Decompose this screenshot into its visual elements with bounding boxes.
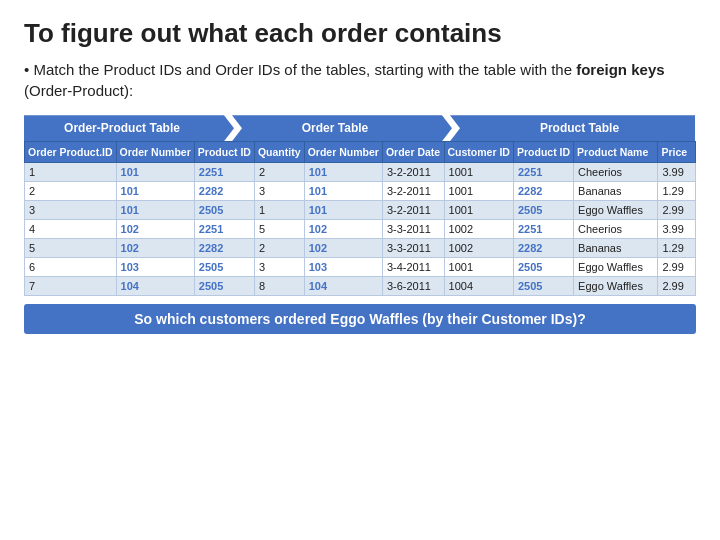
table-cell: 2251 bbox=[194, 220, 254, 239]
table-cell: 1 bbox=[254, 201, 304, 220]
table-cell: Bananas bbox=[574, 182, 658, 201]
table-cell: 1004 bbox=[444, 277, 513, 296]
table-row: 5102228221023-3-201110022282Bananas1.29 bbox=[25, 239, 696, 258]
table-cell: 1001 bbox=[444, 182, 513, 201]
table-cell: 103 bbox=[116, 258, 194, 277]
table-cell: 3 bbox=[254, 182, 304, 201]
table-cell: 2282 bbox=[513, 182, 573, 201]
table-cell: 1.29 bbox=[658, 239, 696, 258]
table-row: 4102225151023-3-201110022251Cheerios3.99 bbox=[25, 220, 696, 239]
table-cell: 104 bbox=[116, 277, 194, 296]
table-cell: 2505 bbox=[194, 277, 254, 296]
table-row: 1101225121013-2-201110012251Cheerios3.99 bbox=[25, 163, 696, 182]
table-cell: 2505 bbox=[194, 201, 254, 220]
banner-order: Order Table bbox=[232, 115, 452, 141]
table-cell: 8 bbox=[254, 277, 304, 296]
data-table: Order Product.ID Order Number Product ID… bbox=[24, 141, 696, 296]
table-cell: 3-4-2011 bbox=[382, 258, 444, 277]
table-cell: 1 bbox=[25, 163, 117, 182]
table-cell: 3 bbox=[254, 258, 304, 277]
table-cell: 101 bbox=[304, 163, 382, 182]
page-title: To figure out what each order contains bbox=[24, 18, 696, 49]
bottom-bar: So which customers ordered Eggo Waffles … bbox=[24, 304, 696, 334]
table-cell: Eggo Waffles bbox=[574, 201, 658, 220]
table-row: 2101228231013-2-201110012282Bananas1.29 bbox=[25, 182, 696, 201]
table-cell: Bananas bbox=[574, 239, 658, 258]
col-header-prod-id2: Product ID bbox=[513, 142, 573, 163]
banner-order-product: Order-Product Table bbox=[24, 115, 234, 141]
table-cell: 101 bbox=[116, 163, 194, 182]
bullet-section: • Match the Product IDs and Order IDs of… bbox=[24, 59, 696, 101]
table-cell: 2282 bbox=[194, 182, 254, 201]
table-cell: 1001 bbox=[444, 201, 513, 220]
table-cell: 2282 bbox=[194, 239, 254, 258]
table-cell: 2 bbox=[25, 182, 117, 201]
table-cell: 2505 bbox=[513, 201, 573, 220]
bullet-bold: foreign keys bbox=[576, 61, 664, 78]
banner-product: Product Table bbox=[450, 115, 695, 141]
table-cell: 3 bbox=[25, 201, 117, 220]
table-cell: 2.99 bbox=[658, 277, 696, 296]
table-cell: 5 bbox=[25, 239, 117, 258]
table-section: Order-Product Table Order Table Product … bbox=[24, 115, 696, 296]
table-cell: 1.29 bbox=[658, 182, 696, 201]
table-cell: 3-3-2011 bbox=[382, 220, 444, 239]
table-cell: 3-3-2011 bbox=[382, 239, 444, 258]
section-banners: Order-Product Table Order Table Product … bbox=[24, 115, 696, 141]
table-cell: 1001 bbox=[444, 163, 513, 182]
table-cell: 7 bbox=[25, 277, 117, 296]
table-cell: 3.99 bbox=[658, 163, 696, 182]
table-cell: 102 bbox=[304, 220, 382, 239]
table-cell: 104 bbox=[304, 277, 382, 296]
table-cell: Cheerios bbox=[574, 220, 658, 239]
col-header-prod-name: Product Name bbox=[574, 142, 658, 163]
table-row: 6103250531033-4-201110012505Eggo Waffles… bbox=[25, 258, 696, 277]
table-cell: 2505 bbox=[513, 258, 573, 277]
table-cell: Eggo Waffles bbox=[574, 277, 658, 296]
table-cell: 2.99 bbox=[658, 258, 696, 277]
col-header-qty: Quantity bbox=[254, 142, 304, 163]
table-cell: 3-2-2011 bbox=[382, 182, 444, 201]
table-header-row: Order Product.ID Order Number Product ID… bbox=[25, 142, 696, 163]
table-cell: 101 bbox=[116, 201, 194, 220]
table-cell: 3-2-2011 bbox=[382, 163, 444, 182]
col-header-order-num2: Order Number bbox=[304, 142, 382, 163]
table-cell: 2505 bbox=[194, 258, 254, 277]
bullet-text-after: (Order-Product): bbox=[24, 82, 133, 99]
table-cell: 1002 bbox=[444, 239, 513, 258]
table-cell: 1002 bbox=[444, 220, 513, 239]
table-cell: Eggo Waffles bbox=[574, 258, 658, 277]
table-cell: 2251 bbox=[513, 163, 573, 182]
col-header-op-id: Order Product.ID bbox=[25, 142, 117, 163]
table-cell: 101 bbox=[116, 182, 194, 201]
table-cell: 1001 bbox=[444, 258, 513, 277]
table-cell: 2251 bbox=[194, 163, 254, 182]
table-cell: 3-6-2011 bbox=[382, 277, 444, 296]
col-header-price: Price bbox=[658, 142, 696, 163]
table-cell: 4 bbox=[25, 220, 117, 239]
col-header-cust-id: Customer ID bbox=[444, 142, 513, 163]
table-cell: 2.99 bbox=[658, 201, 696, 220]
table-cell: 101 bbox=[304, 182, 382, 201]
table-cell: 103 bbox=[304, 258, 382, 277]
table-cell: 102 bbox=[304, 239, 382, 258]
table-cell: 2282 bbox=[513, 239, 573, 258]
table-row: 3101250511013-2-201110012505Eggo Waffles… bbox=[25, 201, 696, 220]
table-cell: 3-2-2011 bbox=[382, 201, 444, 220]
table-cell: 2251 bbox=[513, 220, 573, 239]
bullet-text-before: Match the Product IDs and Order IDs of t… bbox=[33, 61, 576, 78]
table-cell: 2 bbox=[254, 163, 304, 182]
table-cell: 102 bbox=[116, 220, 194, 239]
col-header-order-date: Order Date bbox=[382, 142, 444, 163]
table-cell: Cheerios bbox=[574, 163, 658, 182]
table-cell: 102 bbox=[116, 239, 194, 258]
table-cell: 6 bbox=[25, 258, 117, 277]
col-header-prod-id: Product ID bbox=[194, 142, 254, 163]
col-header-order-num: Order Number bbox=[116, 142, 194, 163]
table-cell: 3.99 bbox=[658, 220, 696, 239]
table-cell: 101 bbox=[304, 201, 382, 220]
table-cell: 2 bbox=[254, 239, 304, 258]
table-cell: 2505 bbox=[513, 277, 573, 296]
table-row: 7104250581043-6-201110042505Eggo Waffles… bbox=[25, 277, 696, 296]
table-cell: 5 bbox=[254, 220, 304, 239]
